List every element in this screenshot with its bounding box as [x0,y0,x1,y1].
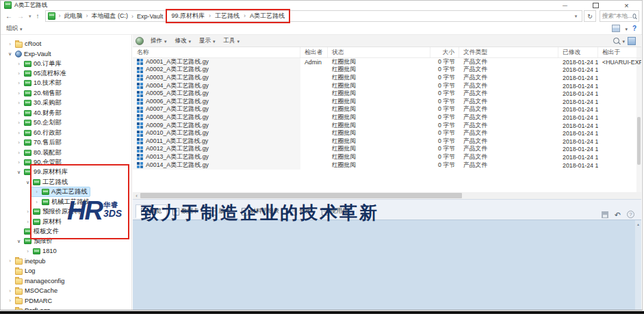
folder-icon [24,90,31,96]
tree-item[interactable]: MSOCache [1,286,131,295]
undo-icon[interactable]: ↶ [615,211,621,218]
save-icon[interactable] [602,211,608,218]
expand-arrow-icon[interactable] [16,130,22,136]
view-dropdown-icon[interactable] [625,25,628,32]
breadcrumb-segment[interactable]: Exp-Vault [128,13,163,20]
refresh-icon[interactable]: ↻ [584,10,596,22]
file-row[interactable]: A0001_A类工艺路线.gy Admin 红圈批阅 0 字节 产品文件 201… [133,58,641,66]
scroll-up-icon[interactable]: ▴ [635,220,641,226]
expand-arrow-icon[interactable] [7,297,13,304]
tree-item[interactable]: 70.售后部 [1,137,131,147]
expand-arrow-icon[interactable] [16,120,22,126]
minimize-button[interactable] [550,1,580,10]
vault-search-icon[interactable] [628,37,636,45]
close-button[interactable] [611,1,642,10]
horizontal-scrollbar-thumb[interactable] [140,193,462,198]
expand-arrow-icon[interactable] [16,61,22,67]
file-row[interactable]: A0003_A类工艺路线.gy 红圈批阅 0 字节 产品文件 2018-01-2… [133,74,641,82]
expand-arrow-icon[interactable] [16,238,22,244]
file-row[interactable]: A0006_A类工艺路线.gy 红圈批阅 0 字节 产品文件 2018-01-2… [133,98,641,106]
tree-item[interactable]: 10.技术部 [1,79,131,88]
organize-menu[interactable]: 组织 [6,25,23,33]
tree-item[interactable]: 40.财务部 [1,108,131,118]
expand-arrow-icon[interactable] [7,258,13,264]
file-row[interactable]: A0005_A类工艺路线.gy 红圈批阅 0 字节 产品文件 2018-01-2… [133,90,641,98]
tree-item[interactable]: 1810 [1,246,131,256]
tree-item[interactable]: 30.采购部 [1,98,131,108]
file-name: A0006_A类工艺路线.gy [146,98,209,106]
preview-scrollbar[interactable]: ▴ [635,220,641,310]
file-row[interactable]: A0002_A类工艺路线.gy 红圈批阅 0 字节 产品文件 2018-01-2… [133,66,641,75]
tree-item[interactable]: PerfLogs [1,306,131,310]
expand-arrow-icon[interactable] [16,100,22,106]
search-placeholder: 搜索"本地... [602,12,632,21]
forward-icon[interactable]: → [17,12,24,20]
horizontal-scrollbar[interactable]: ‹ [133,192,641,199]
tree-item[interactable]: Log [1,266,131,276]
pdm-menu[interactable]: 操作 [146,37,171,45]
tree-item[interactable]: 20.销售部 [1,88,131,98]
file-row[interactable]: A0012_A类工艺路线.gy 红圈批阅 0 字节 产品文件 2018-01-2… [133,146,641,154]
breadcrumb-segment[interactable]: 本地磁盘 (C:) [83,12,129,21]
expand-arrow-icon[interactable] [16,80,22,86]
file-row[interactable]: A0013_A类工艺路线.gy 红圈批阅 0 字节 产品文件 2018-01-2… [133,153,641,161]
breadcrumb[interactable]: 此电脑 本地磁盘 (C:) Exp-Vault 99.原材料库 工艺路线 A类工… [45,10,582,22]
tree-item[interactable]: 80.装配部 [1,148,131,157]
expand-arrow-icon[interactable] [16,90,22,96]
expand-arrow-icon[interactable] [25,248,31,254]
column-header[interactable]: 名称 [133,47,300,57]
tree-item[interactable]: Exp-Vault [1,49,131,58]
column-header[interactable]: 检出者 [300,47,328,57]
expand-arrow-icon[interactable] [16,140,22,146]
address-dropdown-icon[interactable]: ▾ [571,14,580,19]
file-row[interactable]: A0007_A类工艺路线.gy 红圈批阅 0 字节 产品文件 2018-01-2… [133,106,641,114]
help-icon[interactable]: ? [632,25,636,32]
breadcrumb-segment[interactable]: 99.原材料库 [171,12,205,21]
back-icon[interactable]: ← [5,12,12,20]
expand-arrow-icon[interactable] [16,169,22,175]
column-header[interactable]: 检出于 [598,47,641,57]
pdm-menu[interactable]: 工具 [220,37,244,45]
tree-item[interactable]: PDMARC [1,295,131,305]
scroll-left-icon[interactable]: ‹ [133,193,140,199]
tree-item[interactable]: manageconfig [1,276,131,286]
expand-arrow-icon[interactable] [7,41,13,47]
tree-item[interactable]: 60.行政部 [1,128,131,137]
change-view-icon[interactable] [612,25,620,32]
breadcrumb-segment[interactable]: 此电脑 [55,12,83,21]
file-row[interactable]: A0010_A类工艺路线.gy 红圈批阅 0 字节 产品文件 2018-01-2… [133,129,641,137]
expand-arrow-icon[interactable] [16,70,22,77]
search-input[interactable]: 搜索"本地... [600,10,639,22]
file-modified: 2018-01-24 1... [558,130,598,137]
tree-item[interactable]: 50.企划部 [1,118,131,128]
column-header[interactable]: 大小 [430,47,459,57]
pdm-menu[interactable]: 显示 [195,37,220,45]
file-row[interactable]: A0014_A类工艺路线.gy 红圈批阅 0 字节 产品文件 2018-01-2… [133,161,641,170]
column-header[interactable]: 已修改 [558,47,598,57]
file-row[interactable]: A0004_A类工艺路线.gy 红圈批阅 0 字节 产品文件 2018-01-2… [133,82,641,90]
routing-file-icon [137,146,143,153]
pdm-menu[interactable]: 修改 [171,37,196,45]
tree-item[interactable]: cRoot [1,39,131,49]
expand-arrow-icon[interactable] [16,159,22,165]
breadcrumb-segment[interactable]: A类工艺路线 [240,12,285,21]
expand-arrow-icon[interactable] [16,110,22,116]
tree-item[interactable]: inetpub [1,256,131,266]
breadcrumb-segment[interactable]: 工艺路线 [205,12,240,21]
expand-arrow-icon[interactable] [7,288,13,294]
search-dropdown-icon[interactable] [622,38,625,44]
file-row[interactable]: A0009_A类工艺路线.gy 红圈批阅 0 字节 产品文件 2018-01-2… [133,122,641,130]
file-row[interactable]: A0011_A类工艺路线.gy 红圈批阅 0 字节 产品文件 2018-01-2… [133,137,641,146]
expand-arrow-icon[interactable] [7,51,13,57]
help-circle-icon[interactable]: ? [627,211,634,218]
tree-item[interactable]: 05流程标准 [1,68,131,78]
file-row[interactable]: A0008_A类工艺路线.gy 红圈批阅 0 字节 产品文件 2018-01-2… [133,114,641,122]
tree-item[interactable]: 00.订单库 [1,59,131,68]
search-tool-icon[interactable] [613,38,619,44]
recent-locations-icon[interactable]: ▾ [29,14,31,19]
up-icon[interactable]: ↑ [36,12,40,20]
column-header[interactable]: 状态 [328,47,430,57]
maximize-button[interactable] [580,1,611,10]
column-header[interactable]: 文件类型 [459,47,558,57]
expand-arrow-icon[interactable] [16,150,22,156]
